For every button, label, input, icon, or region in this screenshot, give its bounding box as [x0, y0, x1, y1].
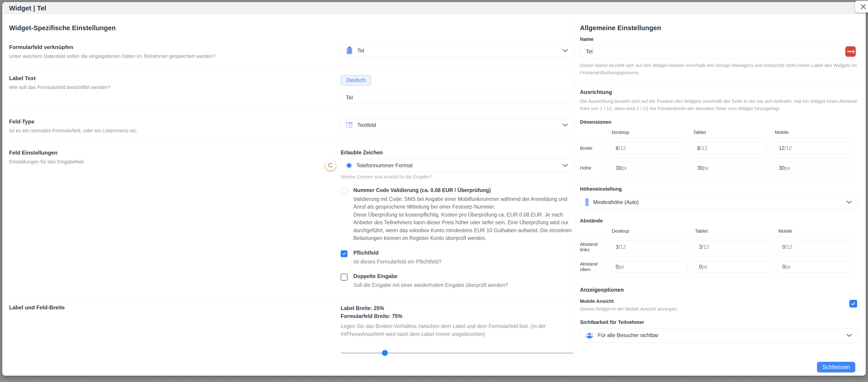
row-label: Feld-Type [9, 118, 327, 125]
breite-desktop-input[interactable]: 8/12 [612, 142, 686, 154]
abstand-oben-tablet-input[interactable]: 0px [695, 261, 771, 273]
row-field-type-control: Textfeld [341, 118, 573, 135]
checkbox-label: Nummer Code Validierung (ca. 0.08 EUR / … [353, 187, 572, 194]
blue-dot-icon [346, 162, 352, 169]
dialog-title: Widget | Tel [9, 4, 46, 12]
abstand-links-tablet-input[interactable]: 3/12 [695, 241, 771, 253]
chevron-down-icon [562, 49, 568, 52]
dialog-body: Widget-Spezifische Einstellungen Formula… [2, 14, 866, 361]
abstand-oben-desktop-input[interactable]: 0px [612, 261, 687, 273]
mobile-view-checkbox[interactable] [849, 300, 857, 307]
row-width-ratio: Label und Feld-Breite Label Breite: 25% … [9, 297, 571, 361]
required-field-checkbox[interactable] [341, 251, 347, 257]
field-width-value: Formularfeld Breite: 75% [341, 312, 573, 321]
password-manager-icon[interactable] [845, 46, 856, 57]
name-label: Name [580, 36, 857, 42]
row-field-settings-label: Feld Einstellungen Einstellungen für das… [9, 150, 341, 289]
row-label: Feld Einstellungen [9, 150, 327, 156]
hoehe-desktop-input[interactable]: 30px [612, 162, 686, 174]
name-input[interactable] [580, 45, 857, 58]
row-field-settings-control: Erlaubte Zeichen C Telefonnummer Format … [341, 150, 573, 289]
slider-track[interactable] [341, 352, 573, 354]
abstand-links-desktop-input[interactable]: 3/12 [612, 241, 687, 253]
col-desktop: Desktop [608, 126, 689, 139]
checkbox-label: Pflichtfeld [353, 250, 442, 256]
dimensions-heading: Dimensionen [580, 119, 857, 125]
col-tablet: Tablet [691, 225, 774, 237]
width-ratio-desc: Legen Sie das Breiten-Verhältnis zwische… [341, 322, 573, 338]
row-field-type: Feld-Type Ist es ein normales Formularfe… [9, 111, 571, 142]
fieldtype-select[interactable]: Textfeld [341, 118, 573, 131]
divider [575, 82, 866, 83]
row-desc: Einstellungen für das Eingabefeld. [9, 158, 327, 166]
checkbox-desc: Soll die Eingabe mit einer wiederholten … [353, 281, 508, 289]
double-entry-text: Doppelte Eingabe Soll die Eingabe mit ei… [353, 273, 508, 289]
checkbox-desc: Ist dieses Formularfeld ein Pflichtfeld? [353, 258, 442, 266]
fieldtype-select-value: Textfeld [357, 122, 562, 128]
mobile-view-texts: Mobile Ansicht Dieses Widget in der Mobi… [580, 298, 849, 313]
breite-mobile-input[interactable]: 12/12 [775, 142, 854, 154]
number-validation-row: Nummer Code Validierung (ca. 0.08 EUR / … [341, 187, 573, 242]
formfield-select-value: Tel [357, 48, 562, 54]
spacing-heading: Abstände [580, 218, 857, 224]
row-width-ratio-control: Label Breite: 25% Formularfeld Breite: 7… [341, 304, 573, 356]
breite-tablet-input[interactable]: 8/12 [693, 142, 767, 154]
width-ratio-slider[interactable] [341, 350, 573, 356]
checkbox-label: Doppelte Eingabe [353, 273, 508, 280]
empty-header [580, 225, 608, 237]
required-field-row: Pflichtfeld Ist dieses Formularfeld ein … [341, 250, 573, 266]
number-validation-checkbox[interactable] [341, 188, 347, 195]
people-icon [585, 332, 594, 339]
dialog-header: Widget | Tel [2, 2, 866, 14]
hoehe-mobile-input[interactable]: 30px [775, 162, 854, 174]
display-options-heading: Anzeigeoptionen [580, 287, 857, 293]
row-width-ratio-label: Label und Feld-Breite [9, 304, 341, 356]
table-row: Höhe 30px 30px 30px [580, 158, 857, 178]
slider-thumb[interactable] [382, 350, 388, 356]
row-label: Formularfeld verknüpfen [9, 44, 327, 50]
allowed-chars-label: Erlaubte Zeichen [341, 150, 573, 156]
mobile-view-row: Mobile Ansicht Dieses Widget in der Mobi… [580, 298, 857, 313]
checkbox-desc: Validierung mit Code: SMS bei Angabe ein… [353, 195, 572, 211]
allowed-chars-value: Telefonnummer Format [356, 162, 562, 169]
row-label-breite: Breite [580, 139, 608, 158]
row-label: Label und Feld-Breite [9, 304, 327, 311]
clipboard-icon [346, 47, 353, 55]
left-heading: Widget-Spezifische Einstellungen [9, 24, 571, 32]
table-row: Breite 8/12 8/12 12/12 [580, 139, 857, 158]
hoehe-tablet-input[interactable]: 30px [693, 162, 767, 174]
label-width-value: Label Breite: 25% [341, 304, 573, 313]
height-setting-value: Mindesthöhe (Auto) [593, 199, 846, 205]
close-icon [860, 4, 866, 10]
language-tab-deutsch[interactable]: Deutsch [341, 75, 371, 86]
col-mobile: Mobile [774, 225, 857, 237]
row-formfield-link: Formularfeld verknüpfen Unter welchem Da… [9, 36, 571, 67]
dialog-footer: Schliessen [2, 361, 866, 376]
label-text-input[interactable] [341, 92, 573, 103]
row-label-abstand-oben: Abstand oben [580, 257, 608, 277]
chevron-down-icon [846, 334, 852, 337]
abstand-links-mobile-input[interactable]: 0/12 [778, 241, 854, 253]
height-setting-select[interactable]: Mindesthöhe (Auto) [580, 195, 857, 209]
close-dialog-button[interactable]: Schliessen [817, 362, 855, 373]
height-icon [585, 198, 589, 206]
col-tablet: Tablet [689, 126, 771, 139]
formfield-select[interactable]: Tel [341, 44, 573, 57]
chevron-down-icon [846, 201, 852, 204]
col-mobile: Mobile [771, 126, 857, 139]
visibility-select[interactable]: Für alle Besucher sichtbar [580, 328, 857, 343]
allowed-chars-help: Welche Zeichen sind erlaubt für die Eing… [341, 174, 573, 180]
double-entry-row: Doppelte Eingabe Soll die Eingabe mit ei… [341, 273, 573, 289]
row-formfield-link-control: Tel [341, 44, 573, 60]
row-label: Label Text [9, 75, 327, 82]
list-icon [346, 122, 353, 128]
abstand-oben-mobile-input[interactable]: 0px [778, 261, 854, 273]
checkbox-desc: Diese Überprüfung ist kostenpflichtig. K… [353, 211, 572, 242]
double-entry-checkbox[interactable] [341, 274, 347, 281]
allowed-chars-select[interactable]: Telefonnummer Format [341, 159, 573, 172]
table-row: Abstand links 3/12 3/12 0/12 [580, 237, 857, 257]
row-label-text-control: Deutsch [341, 75, 573, 103]
row-label-hoehe: Höhe [580, 158, 608, 178]
close-button[interactable] [855, 1, 868, 12]
alignment-heading: Ausrichtung [580, 89, 857, 95]
